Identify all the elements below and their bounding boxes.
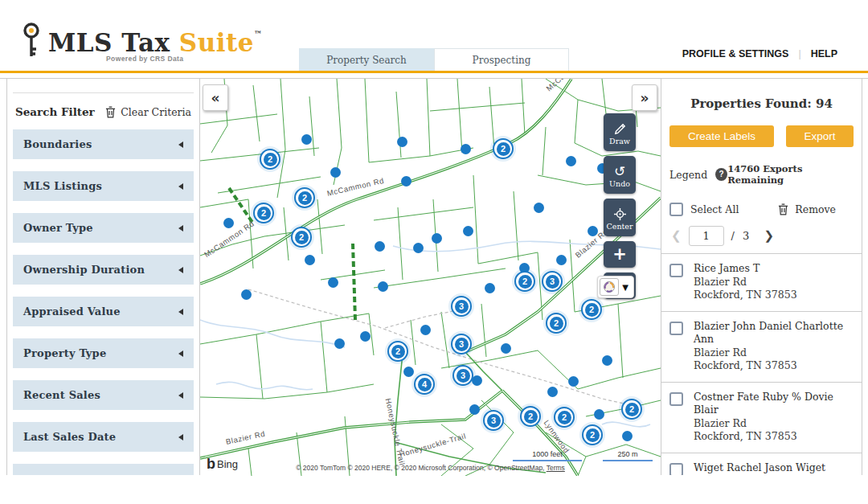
- map-marker-cluster[interactable]: 2: [582, 424, 603, 445]
- map-marker-dot[interactable]: [328, 277, 338, 288]
- clear-criteria-button[interactable]: Clear Criteria: [105, 106, 191, 118]
- map-marker-dot[interactable]: [622, 431, 633, 441]
- map-marker-cluster[interactable]: 3: [452, 365, 473, 386]
- prev-page-button[interactable]: ❮: [671, 228, 682, 243]
- map-marker-dot[interactable]: [334, 338, 345, 349]
- map-attribution: © 2020 TomTom © 2020 HERE, © 2020 Micros…: [296, 464, 565, 472]
- map-marker-cluster[interactable]: 2: [514, 271, 535, 292]
- collapse-panel-button[interactable]: »: [632, 84, 657, 111]
- map-marker-cluster[interactable]: 3: [483, 410, 504, 431]
- app-header: MLS Tax Suite™ Powered by CRS Data Prope…: [0, 0, 868, 73]
- sidebar-item-ownership-duration[interactable]: Ownership Duration: [13, 255, 194, 285]
- property-list-item: Wiget Rachel Jason WigetBlazier RdRockfo…: [661, 453, 862, 476]
- undo-button[interactable]: ↺ Undo: [604, 156, 636, 194]
- search-filter-title: Search Filter: [15, 105, 95, 118]
- select-all-checkbox[interactable]: [669, 203, 683, 216]
- map-marker-dot[interactable]: [403, 367, 414, 377]
- map-tools: Draw ↺ Undo Center + −: [604, 113, 636, 299]
- map-marker-dot[interactable]: [360, 331, 371, 342]
- map-marker-cluster[interactable]: 2: [387, 341, 408, 362]
- sidebar-item-partial[interactable]: [13, 464, 194, 475]
- map-marker-cluster[interactable]: 2: [253, 203, 274, 223]
- map-marker-cluster[interactable]: 2: [260, 149, 280, 170]
- map-marker-dot[interactable]: [305, 255, 315, 265]
- map-marker-cluster[interactable]: 3: [451, 334, 472, 354]
- remove-button[interactable]: Remove: [778, 203, 836, 215]
- map-marker-dot[interactable]: [469, 404, 480, 415]
- map-marker-cluster[interactable]: 2: [554, 407, 575, 428]
- legend-link[interactable]: Legend: [669, 169, 707, 181]
- center-button[interactable]: Center: [604, 199, 636, 236]
- map-marker-dot[interactable]: [594, 409, 604, 420]
- property-address: Blazier Rd: [694, 417, 855, 431]
- map-marker-cluster[interactable]: 2: [621, 399, 642, 420]
- map-marker-cluster[interactable]: 2: [294, 187, 315, 208]
- map-marker-cluster[interactable]: 3: [542, 271, 563, 292]
- map-marker-dot[interactable]: [602, 355, 612, 366]
- results-panel: Properties Found: 94 Create Labels Expor…: [661, 79, 862, 475]
- map-marker-dot[interactable]: [566, 156, 576, 166]
- terms-link[interactable]: Terms: [547, 464, 565, 472]
- map-marker-dot[interactable]: [413, 243, 424, 253]
- legend-help-icon[interactable]: ?: [715, 168, 727, 181]
- sidebar-item-last-sales-date[interactable]: Last Sales Date: [13, 422, 194, 452]
- map-marker-dot[interactable]: [378, 281, 388, 292]
- create-labels-button[interactable]: Create Labels: [669, 125, 774, 147]
- property-address: Blazier Rd: [694, 276, 797, 289]
- map-marker-dot[interactable]: [301, 134, 312, 145]
- map-marker-cluster[interactable]: 2: [581, 299, 602, 320]
- profile-settings-link[interactable]: PROFILE & SETTINGS: [682, 48, 789, 59]
- map-marker-dot[interactable]: [241, 289, 252, 300]
- map-marker-dot[interactable]: [556, 255, 567, 265]
- sidebar-item-boundaries[interactable]: Boundaries: [13, 129, 194, 159]
- sidebar-item-appraised-value[interactable]: Appraised Value: [13, 297, 194, 326]
- map-marker-dot[interactable]: [463, 226, 473, 236]
- map-marker-dot[interactable]: [485, 283, 495, 293]
- property-checkbox[interactable]: [669, 392, 683, 406]
- map-marker-dot[interactable]: [547, 387, 558, 397]
- sidebar-item-mls-listings[interactable]: MLS Listings: [13, 171, 194, 201]
- property-checkbox[interactable]: [669, 463, 683, 476]
- key-icon: [23, 23, 40, 59]
- map-style-caret-icon[interactable]: ▼: [621, 283, 632, 292]
- map-marker-cluster[interactable]: 3: [451, 296, 472, 317]
- map-marker-dot[interactable]: [375, 241, 385, 252]
- property-address: Blazier Rd: [694, 474, 825, 475]
- map-marker-dot[interactable]: [534, 203, 544, 213]
- map-marker-cluster[interactable]: 2: [520, 406, 541, 427]
- map-marker-dot[interactable]: [330, 167, 341, 178]
- collapse-sidebar-button[interactable]: «: [203, 84, 228, 111]
- map-marker-dot[interactable]: [472, 375, 482, 386]
- export-button[interactable]: Export: [786, 125, 854, 147]
- sidebar-item-recent-sales[interactable]: Recent Sales: [13, 380, 194, 410]
- map-marker-dot[interactable]: [397, 137, 407, 147]
- tab-prospecting[interactable]: Prospecting: [434, 48, 569, 71]
- sidebar-item-property-type[interactable]: Property Type: [13, 338, 194, 368]
- map-marker-dot[interactable]: [501, 343, 511, 354]
- map-marker-dot[interactable]: [223, 218, 234, 228]
- map-marker-cluster[interactable]: 2: [291, 227, 312, 248]
- page-number-input[interactable]: [689, 226, 724, 246]
- property-list-item: Blazier John Daniel Charlotte AnnBlazier…: [661, 311, 862, 382]
- sidebar-item-owner-type[interactable]: Owner Type: [13, 213, 194, 243]
- map-marker-dot[interactable]: [461, 144, 471, 154]
- map-marker-dot[interactable]: [568, 376, 579, 387]
- search-filter-sidebar: Search Filter Clear Criteria BoundariesM…: [6, 79, 200, 475]
- zoom-in-button[interactable]: +: [604, 241, 636, 268]
- map-marker-dot[interactable]: [432, 233, 442, 244]
- bing-b-glyph: b: [207, 456, 215, 473]
- help-link[interactable]: HELP: [811, 48, 837, 59]
- map-marker-cluster[interactable]: 2: [546, 313, 567, 334]
- next-page-button[interactable]: ❯: [764, 228, 774, 243]
- tab-property-search[interactable]: Property Search: [299, 48, 434, 71]
- map-marker-cluster[interactable]: 2: [493, 138, 514, 159]
- map-marker-dot[interactable]: [401, 176, 411, 186]
- map-canvas[interactable]: 2222223323432232222McCammon RdMcCammon R…: [200, 79, 661, 476]
- map-style-button[interactable]: [600, 278, 619, 296]
- bing-logo[interactable]: b Bing: [207, 456, 238, 473]
- map-marker-cluster[interactable]: 4: [414, 374, 435, 395]
- map-marker-dot[interactable]: [420, 325, 431, 335]
- property-checkbox[interactable]: [669, 264, 683, 277]
- draw-button[interactable]: Draw: [604, 113, 636, 151]
- property-checkbox[interactable]: [669, 322, 683, 335]
